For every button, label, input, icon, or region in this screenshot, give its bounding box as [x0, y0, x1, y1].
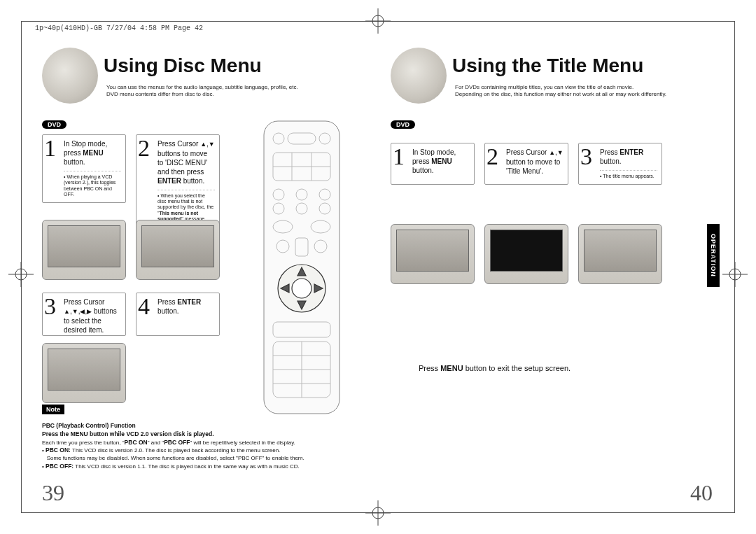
tv-illustration-icon [578, 224, 662, 284]
registration-mark-top [364, 7, 392, 35]
step-number: 2 [486, 145, 498, 169]
note-title: PBC (Playback Control) Function [42, 422, 136, 429]
step-number: 1 [44, 136, 56, 160]
step-subtext: • The title menu appears. [600, 170, 657, 179]
side-tab-label: OPERATION [710, 234, 717, 277]
tv-illustration-icon [42, 220, 126, 280]
step-text: Press Cursor ▲,▼,◀,▶ buttons to select t… [64, 297, 121, 335]
remote-control-icon [263, 120, 340, 414]
step-2: 2 Press Cursor ▲,▼ button to move to 'Ti… [484, 143, 568, 185]
step-number: 4 [138, 295, 150, 318]
note-body: Press the MENU button while VCD 2.0 vers… [42, 431, 304, 470]
step-number: 2 [138, 136, 150, 160]
step-number: 3 [44, 295, 56, 318]
step-text: In Stop mode, press MENU button. [64, 139, 121, 167]
step-text: Press Cursor ▲,▼ button to move to 'Titl… [506, 148, 564, 176]
tv-illustration-dark-icon [484, 224, 568, 284]
tv-illustration-icon [136, 220, 220, 280]
step-3: 3 Press Cursor ▲,▼,◀,▶ buttons to select… [42, 293, 126, 336]
step-text: Press Cursor ▲,▼ buttons to move to 'DIS… [158, 139, 215, 185]
step-text: Press ENTER button. [600, 148, 657, 166]
page-title: Using the Title Menu [452, 55, 643, 77]
tv-illustration-icon [42, 343, 126, 403]
step-number: 3 [580, 145, 592, 169]
registration-mark-left [7, 260, 35, 288]
print-header: 1p~40p(410HD)-GB 7/27/04 4:58 PM Page 42 [35, 25, 203, 32]
exit-hint: Press MENU button to exit the setup scre… [419, 364, 570, 372]
step-4: 4 Press ENTER button. [136, 293, 220, 336]
page-number: 40 [690, 480, 713, 506]
side-tab-operation: OPERATION [707, 224, 720, 287]
page-subtitle: For DVDs containing multiple titles, you… [455, 84, 666, 98]
title-thumbnail-icon [391, 48, 447, 104]
step-1: 1 In Stop mode, press MENU button. [391, 143, 475, 185]
step-text: Press ENTER button. [158, 297, 215, 316]
page-subtitle: You can use the menus for the audio lang… [106, 84, 298, 98]
dvd-badge: DVD [391, 120, 415, 129]
title-thumbnail-icon [42, 48, 98, 104]
step-3: 3 Press ENTER button. • The title menu a… [578, 143, 662, 185]
registration-mark-right [721, 260, 749, 288]
page-title: Using Disc Menu [104, 55, 262, 77]
page-right: Using the Title Menu For DVDs containing… [391, 42, 720, 506]
svg-point-32 [292, 279, 312, 298]
page-left: Using Disc Menu You can use the menus fo… [42, 42, 371, 506]
step-number: 1 [393, 145, 405, 169]
page-number: 39 [42, 480, 64, 506]
dvd-badge: DVD [42, 120, 66, 129]
step-subtext: • When playing a VCD (version 2.), this … [64, 171, 121, 198]
note-badge: Note [42, 405, 64, 414]
tv-illustration-icon [391, 224, 475, 284]
note-block: Note PBC (Playback Control) Function Pre… [42, 405, 308, 471]
step-text: In Stop mode, press MENU button. [412, 148, 470, 175]
step-2: 2 Press Cursor ▲,▼ buttons to move to 'D… [136, 134, 220, 233]
step-1: 1 In Stop mode, press MENU button. • Whe… [42, 134, 126, 203]
